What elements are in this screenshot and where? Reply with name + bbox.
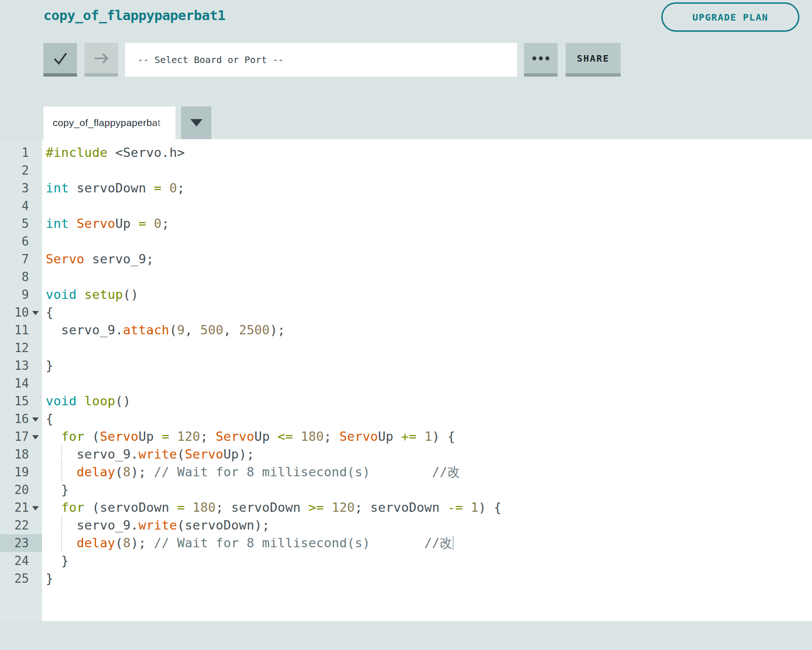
board-port-select[interactable]: -- Select Board or Port -- <box>125 43 517 77</box>
code-line[interactable]: 11 servo_9.attach(9, 500, 2500); <box>0 321 812 339</box>
gutter-cell: 16 <box>0 410 42 428</box>
upload-button[interactable] <box>84 43 118 77</box>
code-line[interactable]: 10{ <box>0 304 812 321</box>
code-text <box>42 374 46 392</box>
fold-slot <box>29 179 42 197</box>
line-number: 9 <box>0 286 29 304</box>
gutter-cell: 14 <box>0 374 42 392</box>
fold-arrow-icon[interactable] <box>32 311 39 315</box>
gutter-cell: 9 <box>0 286 42 304</box>
code-text: { <box>42 410 54 428</box>
code-line[interactable]: 8 <box>0 268 812 286</box>
fold-slot <box>29 570 42 587</box>
code-line[interactable]: 18 servo_9.write(ServoUp); <box>0 445 812 463</box>
code-text: for (ServoUp = 120; ServoUp <= 180; Serv… <box>42 428 455 445</box>
upgrade-plan-button[interactable]: UPGRADE PLAN <box>661 2 799 32</box>
gutter-cell: 4 <box>0 197 42 215</box>
code-text: { <box>42 304 54 321</box>
code-line[interactable]: 14 <box>0 374 812 392</box>
code-text <box>42 268 46 286</box>
code-line[interactable]: 22 servo_9.write(servoDown); <box>0 516 812 534</box>
tab-sketch[interactable]: copy_of_flappypaperbat <box>43 106 175 139</box>
code-text: } <box>42 552 69 570</box>
code-line[interactable]: 1#include <Servo.h> <box>0 144 812 162</box>
code-text <box>42 339 46 357</box>
gutter-cell: 11 <box>0 321 42 339</box>
fold-slot <box>29 392 42 410</box>
code-text: void loop() <box>42 392 131 410</box>
fold-arrow-icon[interactable] <box>32 506 39 510</box>
code-line[interactable]: 2 <box>0 162 812 179</box>
line-number: 24 <box>0 552 29 570</box>
code-line[interactable]: 7Servo servo_9; <box>0 250 812 268</box>
gutter-cell: 13 <box>0 357 42 374</box>
gutter-cell: 22 <box>0 516 42 534</box>
fold-slot <box>29 144 42 162</box>
code-line[interactable]: 23 delay(8); // Wait for 8 millisecond(s… <box>0 534 812 552</box>
gutter-cell: 19 <box>0 463 42 481</box>
tab-label: copy_of_flappypaperbat <box>53 117 161 128</box>
fold-slot <box>29 445 42 463</box>
code-editor[interactable]: 1#include <Servo.h>23int servoDown = 0;4… <box>0 139 812 621</box>
gutter-cell: 15 <box>0 392 42 410</box>
code-text: int ServoUp = 0; <box>42 215 169 233</box>
code-line[interactable]: 15void loop() <box>0 392 812 410</box>
fold-slot <box>29 250 42 268</box>
code-line[interactable]: 5int ServoUp = 0; <box>0 215 812 233</box>
code-text: void setup() <box>42 286 139 304</box>
code-line[interactable]: 25} <box>0 570 812 587</box>
page-title: copy_of_flappypaperbat1 <box>43 7 225 23</box>
line-number: 18 <box>0 445 29 463</box>
code-line[interactable]: 21 for (servoDown = 180; servoDown >= 12… <box>0 499 812 516</box>
code-line[interactable]: 4 <box>0 197 812 215</box>
code-line[interactable]: 17 for (ServoUp = 120; ServoUp <= 180; S… <box>0 428 812 445</box>
code-line[interactable]: 6 <box>0 233 812 250</box>
code-lines: 1#include <Servo.h>23int servoDown = 0;4… <box>0 139 812 587</box>
code-text: } <box>42 357 54 374</box>
gutter-cell: 18 <box>0 445 42 463</box>
code-line[interactable]: 13} <box>0 357 812 374</box>
line-number: 5 <box>0 215 29 233</box>
gutter-cell: 10 <box>0 304 42 321</box>
code-line[interactable]: 19 delay(8); // Wait for 8 millisecond(s… <box>0 463 812 481</box>
code-line[interactable]: 24 } <box>0 552 812 570</box>
verify-button[interactable] <box>43 43 77 77</box>
more-options-button[interactable] <box>524 43 558 77</box>
fold-slot <box>29 374 42 392</box>
code-text: servo_9.attach(9, 500, 2500); <box>42 321 285 339</box>
check-icon <box>51 49 70 68</box>
fold-slot <box>29 268 42 286</box>
fold-slot <box>29 463 42 481</box>
code-line[interactable]: 12 <box>0 339 812 357</box>
fold-arrow-icon[interactable] <box>32 435 39 439</box>
line-number: 21 <box>0 499 29 516</box>
line-number: 13 <box>0 357 29 374</box>
code-line[interactable]: 9void setup() <box>0 286 812 304</box>
indent-guide <box>61 534 62 552</box>
fold-slot <box>29 428 42 445</box>
gutter-cell: 17 <box>0 428 42 445</box>
line-number: 12 <box>0 339 29 357</box>
code-line[interactable]: 3int servoDown = 0; <box>0 179 812 197</box>
line-number: 15 <box>0 392 29 410</box>
line-number: 11 <box>0 321 29 339</box>
gutter-cell: 25 <box>0 570 42 587</box>
fold-slot <box>29 233 42 250</box>
gutter-cell: 6 <box>0 233 42 250</box>
code-line[interactable]: 20 } <box>0 481 812 499</box>
gutter-cell: 12 <box>0 339 42 357</box>
share-button[interactable]: SHARE <box>566 43 621 77</box>
fold-arrow-icon[interactable] <box>32 417 39 422</box>
indent-guide <box>61 463 62 481</box>
chevron-down-icon <box>190 119 203 127</box>
gutter-cell: 7 <box>0 250 42 268</box>
fold-slot <box>29 357 42 374</box>
gutter-cell: 23 <box>0 534 42 552</box>
tab-label-fade <box>153 106 175 139</box>
indent-guide <box>61 516 62 534</box>
code-line[interactable]: 16{ <box>0 410 812 428</box>
gutter-cell: 20 <box>0 481 42 499</box>
tab-dropdown-button[interactable] <box>181 106 211 139</box>
code-text: servo_9.write(ServoUp); <box>42 445 254 463</box>
line-number: 2 <box>0 162 29 179</box>
